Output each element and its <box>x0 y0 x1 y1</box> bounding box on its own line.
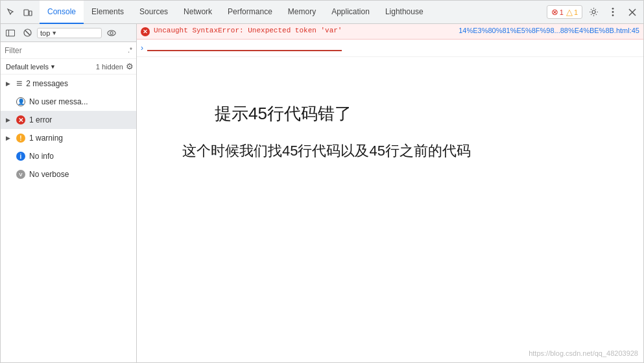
svg-line-11 <box>25 30 30 35</box>
hidden-count: 1 hidden <box>96 63 123 71</box>
warnings-expand-arrow: ▶ <box>6 135 12 141</box>
errors-expand-arrow: ▶ <box>6 117 12 123</box>
clear-console-icon[interactable] <box>20 26 34 40</box>
verbose-label: No verbose <box>29 170 69 179</box>
svg-point-4 <box>612 11 614 13</box>
default-levels-label: Default levels <box>6 63 49 71</box>
verbose-filter-icon: V <box>16 170 25 179</box>
svg-point-3 <box>612 8 614 10</box>
messages-label: 2 messages <box>26 79 68 88</box>
error-warning-badge[interactable]: ⊗ 1 △ 1 <box>547 5 582 19</box>
device-toolbar-icon[interactable] <box>20 5 36 20</box>
warning-triangle-icon: △ <box>566 7 573 17</box>
levels-row: Default levels ▼ 1 hidden ⚙ <box>1 59 136 75</box>
svg-point-2 <box>592 10 595 14</box>
tab-console[interactable]: Console <box>40 1 84 24</box>
levels-chevron-icon: ▼ <box>50 64 56 70</box>
sidebar-item-user-messages[interactable]: 👤 No user messa... <box>1 93 136 111</box>
info-filter-icon: i <box>16 152 25 161</box>
console-prompt-icon: › <box>141 43 143 53</box>
warning-filter-icon: ! <box>16 134 25 143</box>
chevron-down-icon: ▼ <box>51 30 57 36</box>
page-content-area: 提示45行代码错了 这个时候我们找45行代码以及45行之前的代码 https:/… <box>137 57 643 362</box>
error-source-link[interactable]: 14%E3%80%81%E5%8F%98...88%E4%BE%8B.html:… <box>459 27 639 34</box>
filter-regex-icon[interactable]: .* <box>128 47 132 54</box>
console-sidebar: top ▼ .* Default levels <box>1 24 137 362</box>
tab-memory[interactable]: Memory <box>280 1 324 24</box>
svg-point-5 <box>612 14 614 16</box>
levels-settings-icon[interactable]: ⚙ <box>126 62 134 71</box>
error-row-icon: ✕ <box>141 27 150 36</box>
messages-expand-arrow: ▶ <box>6 80 12 87</box>
warnings-label: 1 warning <box>29 134 63 143</box>
console-input-row[interactable]: › <box>137 40 643 57</box>
error-count: 1 <box>560 8 564 16</box>
devtools-tab-bar: Console Elements Sources Network Perform… <box>1 1 643 24</box>
errors-label: 1 error <box>29 115 52 124</box>
svg-rect-8 <box>6 30 14 36</box>
svg-rect-0 <box>24 10 29 16</box>
sidebar-item-warnings[interactable]: ▶ ! 1 warning <box>1 129 136 147</box>
sidebar-item-messages[interactable]: ▶ ≡ 2 messages <box>1 75 136 93</box>
tab-sources[interactable]: Sources <box>132 1 176 24</box>
sidebar-item-errors[interactable]: ▶ ✕ 1 error <box>1 111 136 129</box>
error-message: Uncaught SyntaxError: Unexpected token '… <box>154 27 459 34</box>
svg-point-13 <box>110 31 113 34</box>
right-panel: ✕ Uncaught SyntaxError: Unexpected token… <box>137 24 643 362</box>
watermark: https://blog.csdn.net/qq_48203928 <box>529 349 638 357</box>
warning-count: 1 <box>574 8 578 16</box>
sidebar-toggle-icon[interactable] <box>3 26 18 40</box>
tab-right-icons: ⊗ 1 △ 1 <box>547 4 641 21</box>
page-annotation-line1: 提示45行代码错了 <box>215 102 630 125</box>
user-messages-label: No user messa... <box>29 97 88 106</box>
error-underline <box>147 50 342 51</box>
context-value: top <box>40 29 50 37</box>
devtools-left-icons <box>3 5 36 20</box>
sidebar-filter-list: ▶ ≡ 2 messages 👤 No user messa... ▶ ✕ 1 … <box>1 75 136 183</box>
tab-elements[interactable]: Elements <box>84 1 132 24</box>
sidebar-item-info[interactable]: ▶ i No info <box>1 147 136 165</box>
sidebar-item-verbose[interactable]: ▶ V No verbose <box>1 165 136 183</box>
console-error-row[interactable]: ✕ Uncaught SyntaxError: Unexpected token… <box>137 24 643 40</box>
error-circle-icon: ⊗ <box>551 7 558 17</box>
close-devtools-icon[interactable] <box>624 4 641 21</box>
console-top-toolbar: top ▼ <box>1 24 136 42</box>
page-annotation-line2: 这个时候我们找45行代码以及45行之前的代码 <box>182 141 630 161</box>
default-levels-button[interactable]: Default levels ▼ <box>3 62 58 71</box>
more-options-icon[interactable] <box>604 4 621 21</box>
messages-icon: ≡ <box>16 78 22 89</box>
console-filter-bar: .* <box>1 42 136 59</box>
svg-rect-1 <box>29 11 32 16</box>
tab-lighthouse[interactable]: Lighthouse <box>377 1 431 24</box>
info-label: No info <box>29 152 54 161</box>
svg-point-12 <box>108 30 115 36</box>
user-messages-icon: 👤 <box>16 97 25 106</box>
inspect-element-icon[interactable] <box>3 5 19 20</box>
settings-icon[interactable] <box>585 4 602 21</box>
context-selector[interactable]: top ▼ <box>37 28 102 38</box>
tab-application[interactable]: Application <box>324 1 377 24</box>
eye-filter-icon[interactable] <box>104 26 119 40</box>
tab-network[interactable]: Network <box>176 1 220 24</box>
error-filter-icon: ✕ <box>16 115 25 124</box>
filter-input[interactable] <box>5 46 124 55</box>
tab-performance[interactable]: Performance <box>220 1 280 24</box>
